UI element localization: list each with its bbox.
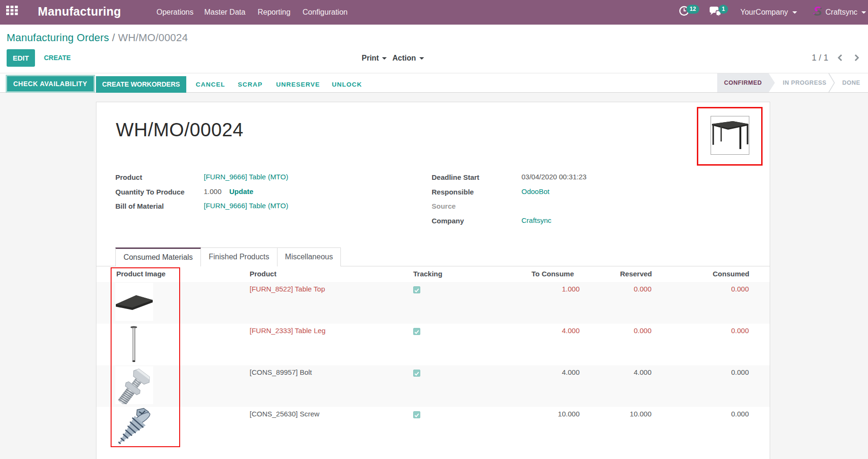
svg-text:S: S <box>813 4 822 18</box>
